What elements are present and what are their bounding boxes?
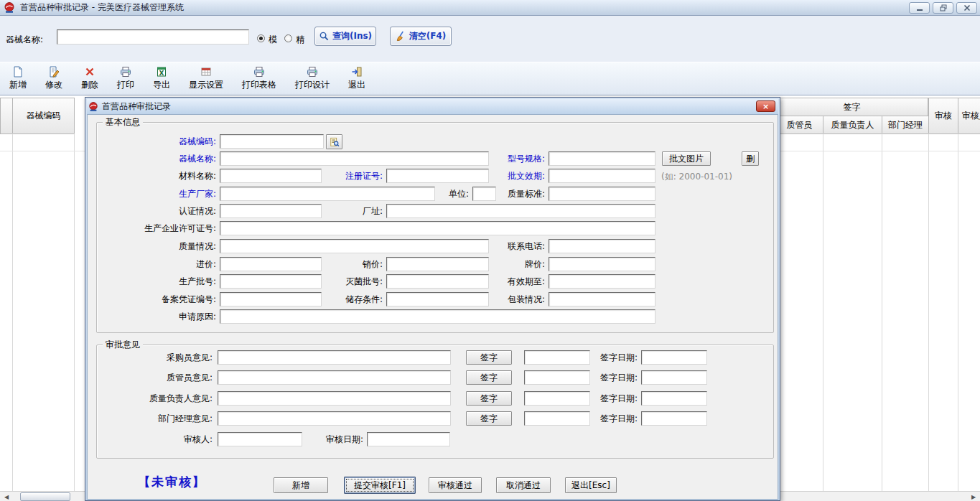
toolbar-export-button[interactable]: X 导出: [148, 65, 175, 93]
approval-validity-label: 批文效期:: [430, 170, 545, 182]
quality-standard-input[interactable]: [549, 187, 655, 201]
column-header-device-code[interactable]: 器械编码: [12, 98, 75, 134]
delete-image-button[interactable]: 删: [742, 151, 759, 166]
buyer-opinion-label: 采购员意见:: [98, 352, 213, 363]
column-header-audit[interactable]: 审核: [928, 98, 958, 134]
approval-image-button-label: 批文图片: [669, 153, 704, 165]
packaging-input[interactable]: [549, 292, 655, 306]
toolbar-new-button[interactable]: 新增: [4, 65, 32, 93]
sale-price-label: 销价:: [268, 258, 383, 270]
printer-icon: [120, 66, 131, 78]
toolbar-print-label: 打印: [117, 79, 134, 91]
toolbar-print-design-label: 打印设计: [295, 79, 330, 91]
buyer-opinion-input[interactable]: [218, 350, 451, 365]
buyer-sign-date-input[interactable]: [641, 350, 707, 365]
close-button[interactable]: [956, 2, 977, 14]
toolbar-delete-button[interactable]: 删除: [76, 65, 103, 93]
approval-validity-input[interactable]: [549, 169, 655, 183]
scrollbar-thumb[interactable]: [20, 492, 70, 501]
quality-director-sign-date-input[interactable]: [641, 391, 707, 406]
qc-sign-date-label: 签字日期:: [594, 372, 638, 383]
query-button[interactable]: 查询(Ins): [314, 27, 376, 46]
production-license-input[interactable]: [220, 221, 655, 235]
toolbar-print-button[interactable]: 打印: [112, 65, 139, 93]
reg-cert-no-label: 注册证号:: [268, 170, 383, 182]
search-panel: 器械名称: 模 精 查询(Ins) 清空(F4): [0, 16, 980, 62]
sterilize-batch-label: 灭菌批号:: [268, 276, 383, 287]
device-name-search-input[interactable]: [57, 29, 249, 45]
dept-manager-signature-input[interactable]: [524, 411, 590, 426]
restore-icon: [939, 4, 948, 12]
toolbar-edit-label: 修改: [45, 79, 62, 91]
quality-director-sign-button[interactable]: 签字: [466, 391, 512, 406]
audit-date-label: 审核日期:: [291, 434, 363, 445]
model-spec-input[interactable]: [549, 151, 655, 166]
device-name-label: 器械名称:: [101, 153, 216, 164]
toolbar-print-design-button[interactable]: 打印设计: [290, 65, 335, 93]
scroll-left-arrow[interactable]: ◀: [1, 492, 12, 501]
quality-director-header-label: 质量负责人: [831, 119, 874, 131]
auditor-header-label: 审核人: [962, 110, 980, 122]
restore-button[interactable]: [933, 2, 953, 14]
record-cert-no-label: 备案凭证编号:: [101, 294, 216, 305]
device-code-input[interactable]: [220, 134, 324, 149]
contact-phone-input[interactable]: [549, 239, 655, 253]
qc-officer-header-label: 质管员: [787, 119, 813, 131]
column-header-qc-officer[interactable]: 质管员: [775, 116, 823, 134]
delete-image-button-label: 删: [746, 153, 755, 165]
qc-sign-date-input[interactable]: [641, 370, 707, 385]
qc-opinion-input[interactable]: [218, 370, 451, 385]
toolbar-delete-label: 删除: [81, 79, 98, 91]
buyer-sign-button[interactable]: 签字: [466, 350, 512, 365]
valid-until-input[interactable]: [549, 274, 655, 289]
dialog-titlebar[interactable]: 首营品种审批记录 ×: [87, 99, 778, 114]
approve-button[interactable]: 审核通过: [429, 477, 482, 493]
document-magnifier-icon: [330, 137, 340, 147]
cancel-approve-button[interactable]: 取消通过: [496, 477, 551, 493]
exit-door-icon: [351, 66, 363, 78]
approval-image-button[interactable]: 批文图片: [662, 151, 711, 166]
submit-audit-button-label: 提交审核[F1]: [354, 479, 406, 492]
apply-reason-input[interactable]: [220, 309, 655, 324]
qc-sign-button[interactable]: 签字: [466, 370, 512, 385]
buyer-signature-input[interactable]: [524, 350, 590, 365]
toolbar-new-label: 新增: [9, 79, 27, 91]
qc-signature-input[interactable]: [524, 370, 590, 385]
query-button-label: 查询(Ins): [332, 30, 372, 42]
dept-manager-opinion-input[interactable]: [218, 411, 451, 426]
approve-button-label: 审核通过: [438, 479, 472, 492]
toolbar-display-settings-label: 显示设置: [189, 79, 223, 91]
list-price-input[interactable]: [549, 257, 655, 271]
fuzzy-radio[interactable]: [257, 34, 265, 42]
exact-radio[interactable]: [284, 34, 292, 42]
clear-button[interactable]: 清空(F4): [390, 27, 452, 46]
model-spec-label: 型号规格:: [430, 153, 545, 164]
submit-audit-button[interactable]: 提交审核[F1]: [344, 477, 416, 494]
column-header-sign-group: 签字: [775, 98, 928, 116]
device-name-label: 器械名称:: [6, 34, 43, 46]
audit-date-input[interactable]: [367, 432, 450, 446]
quality-director-opinion-input[interactable]: [218, 391, 451, 406]
toolbar-edit-button[interactable]: 修改: [40, 65, 67, 93]
minimize-button[interactable]: [909, 2, 930, 14]
dept-manager-sign-date-input[interactable]: [641, 411, 707, 426]
quality-director-signature-input[interactable]: [524, 391, 590, 406]
window-titlebar[interactable]: 首营品种审批记录 - 完美医疗器械管理系统: [0, 0, 980, 16]
toolbar-display-settings-button[interactable]: 显示设置: [184, 65, 228, 93]
column-header-dept-manager[interactable]: 部门经理: [882, 116, 929, 134]
dialog-new-button[interactable]: 新增: [274, 477, 328, 493]
dialog-exit-button[interactable]: 退出[Esc]: [565, 477, 617, 493]
toolbar-print-table-button[interactable]: 打印表格: [237, 65, 281, 93]
dialog-close-button[interactable]: ×: [756, 100, 775, 112]
dept-manager-sign-button-label: 签字: [480, 413, 498, 425]
close-icon: [963, 4, 971, 12]
toolbar-exit-button[interactable]: 退出: [343, 65, 370, 93]
quality-status-label: 质量情况:: [101, 240, 216, 252]
column-header-auditor[interactable]: 审核人: [958, 98, 980, 134]
factory-address-input[interactable]: [386, 204, 655, 218]
dept-manager-sign-button[interactable]: 签字: [466, 411, 512, 426]
scroll-right-arrow[interactable]: ▶: [968, 492, 979, 501]
device-code-lookup-button[interactable]: [326, 134, 342, 149]
auditor-input[interactable]: [218, 432, 302, 446]
column-header-quality-director[interactable]: 质量负责人: [823, 116, 882, 134]
